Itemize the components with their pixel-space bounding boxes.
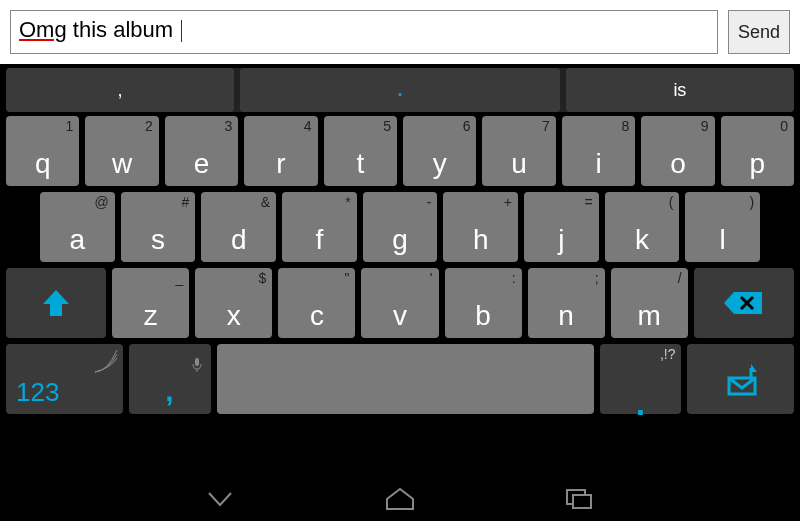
key-hint: : (512, 270, 516, 286)
key-l[interactable]: )l (685, 192, 760, 262)
key-z[interactable]: _z (112, 268, 189, 338)
key-label: a (70, 224, 86, 256)
chevron-down-icon (205, 489, 235, 509)
key-hint: 4 (304, 118, 312, 134)
key-q[interactable]: 1q (6, 116, 79, 186)
key-h[interactable]: +h (443, 192, 518, 262)
shift-key[interactable] (6, 268, 106, 338)
key-label: n (558, 300, 574, 332)
nav-recent-button[interactable] (560, 484, 600, 514)
key-b[interactable]: :b (445, 268, 522, 338)
key-g[interactable]: -g (363, 192, 438, 262)
key-row-1: 1q2w3e4r5t6y7u8i9o0p (6, 116, 794, 186)
comma-key[interactable]: , (129, 344, 211, 414)
suggestion-center[interactable]: . (240, 68, 560, 112)
mode-switch-key[interactable]: 123 (6, 344, 123, 414)
key-label: t (356, 148, 364, 180)
key-label: m (638, 300, 661, 332)
key-label: c (310, 300, 324, 332)
key-hint: - (427, 194, 432, 210)
key-label: q (35, 148, 51, 180)
key-label: h (473, 224, 489, 256)
key-label: g (392, 224, 408, 256)
key-i[interactable]: 8i (562, 116, 635, 186)
key-label: b (475, 300, 491, 332)
key-j[interactable]: =j (524, 192, 599, 262)
key-d[interactable]: &d (201, 192, 276, 262)
key-a[interactable]: @a (40, 192, 115, 262)
key-hint: ' (430, 270, 433, 286)
key-k[interactable]: (k (605, 192, 680, 262)
input-text-rest: this album (67, 17, 180, 42)
key-f[interactable]: *f (282, 192, 357, 262)
key-hint: ) (749, 194, 754, 210)
key-hint: # (182, 194, 190, 210)
suggestion-left[interactable]: , (6, 68, 234, 112)
key-label: i (595, 148, 601, 180)
key-t[interactable]: 5t (324, 116, 397, 186)
key-label: j (558, 224, 564, 256)
recent-apps-icon (565, 488, 595, 510)
space-key[interactable] (217, 344, 594, 414)
key-s[interactable]: #s (121, 192, 196, 262)
text-input[interactable]: Omg this album (10, 10, 718, 54)
suggestion-row: , . is (6, 68, 794, 112)
key-hint: ( (669, 194, 674, 210)
key-label: d (231, 224, 247, 256)
key-label: y (433, 148, 447, 180)
key-row-4: 123 , ,!? . (6, 344, 794, 414)
key-hint: & (261, 194, 270, 210)
key-hint: 2 (145, 118, 153, 134)
period-key[interactable]: ,!? . (600, 344, 682, 414)
key-label: k (635, 224, 649, 256)
punct-hint: ,!? (660, 346, 676, 362)
key-hint: 3 (224, 118, 232, 134)
key-label: r (276, 148, 285, 180)
key-hint: / (678, 270, 682, 286)
nav-back-button[interactable] (200, 484, 240, 514)
key-label: e (194, 148, 210, 180)
backspace-icon (722, 288, 766, 318)
key-o[interactable]: 9o (641, 116, 714, 186)
key-w[interactable]: 2w (85, 116, 158, 186)
send-mail-icon (721, 360, 761, 398)
backspace-key[interactable] (694, 268, 794, 338)
key-label: v (393, 300, 407, 332)
key-hint: @ (94, 194, 108, 210)
key-e[interactable]: 3e (165, 116, 238, 186)
key-label: l (720, 224, 726, 256)
suggestion-right[interactable]: is (566, 68, 794, 112)
key-hint: = (585, 194, 593, 210)
key-hint: _ (175, 270, 183, 286)
key-hint: 1 (66, 118, 74, 134)
period-glyph: . (636, 398, 645, 408)
shift-up-icon (39, 288, 73, 318)
key-p[interactable]: 0p (721, 116, 794, 186)
home-icon (383, 487, 417, 511)
key-v[interactable]: 'v (361, 268, 438, 338)
key-label: o (670, 148, 686, 180)
key-hint: ; (595, 270, 599, 286)
key-y[interactable]: 6y (403, 116, 476, 186)
key-hint: 9 (701, 118, 709, 134)
key-u[interactable]: 7u (482, 116, 555, 186)
nav-home-button[interactable] (380, 484, 420, 514)
enter-key[interactable] (687, 344, 794, 414)
key-hint: 7 (542, 118, 550, 134)
key-x[interactable]: $x (195, 268, 272, 338)
key-label: x (227, 300, 241, 332)
key-label: p (750, 148, 766, 180)
android-navbar (0, 476, 800, 521)
key-c[interactable]: "c (278, 268, 355, 338)
input-bar: Omg this album Send (0, 0, 800, 64)
svg-rect-0 (195, 358, 199, 366)
key-r[interactable]: 4r (244, 116, 317, 186)
keyboard: , . is 1q2w3e4r5t6y7u8i9o0p @a#s&d*f-g+h… (0, 64, 800, 414)
key-label: w (112, 148, 132, 180)
key-hint: 5 (383, 118, 391, 134)
key-hint: $ (259, 270, 267, 286)
key-m[interactable]: /m (611, 268, 688, 338)
key-n[interactable]: ;n (528, 268, 605, 338)
key-hint: * (345, 194, 350, 210)
send-button[interactable]: Send (728, 10, 790, 54)
